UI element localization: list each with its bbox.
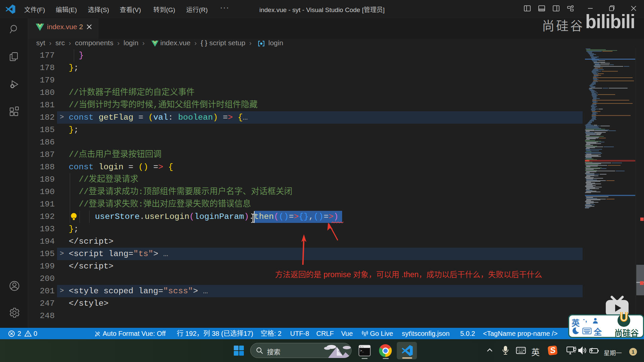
svg-text:>_: >_ [360,349,364,352]
svg-text:C:\_: C:\_ [360,346,365,348]
